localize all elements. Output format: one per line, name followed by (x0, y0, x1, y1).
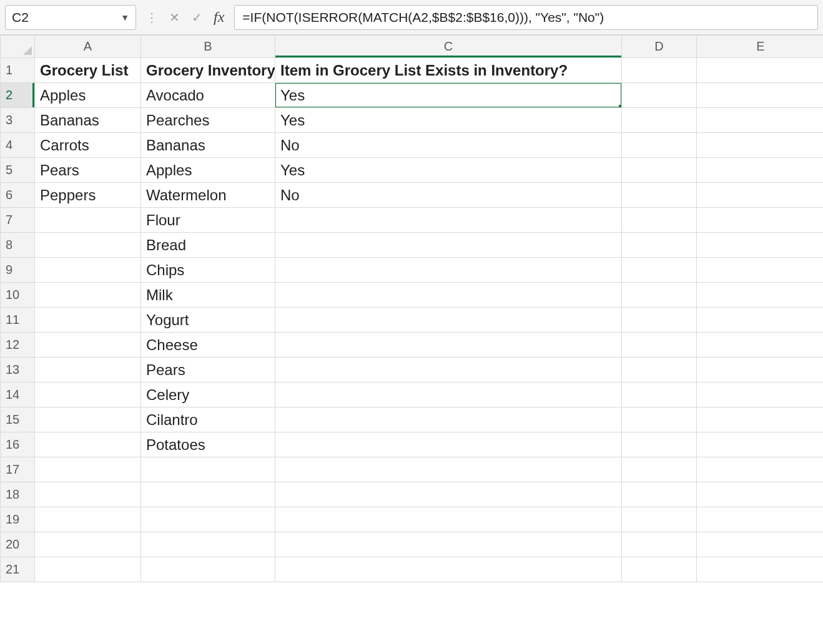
cell-E6[interactable] (697, 183, 824, 208)
cell-A15[interactable] (35, 407, 141, 432)
row-header-14[interactable]: 14 (1, 383, 35, 407)
cell-E4[interactable] (697, 133, 824, 158)
cell-C2[interactable]: Yes (275, 83, 622, 108)
cell-B16[interactable]: Potatoes (141, 432, 275, 457)
cell-B15[interactable]: Cilantro (141, 407, 275, 432)
cell-C20[interactable] (275, 532, 622, 557)
row-header-20[interactable]: 20 (1, 532, 35, 557)
cell-E11[interactable] (697, 308, 824, 333)
cell-A21[interactable] (35, 557, 141, 582)
cell-D4[interactable] (622, 133, 697, 158)
cell-E16[interactable] (697, 432, 824, 457)
cell-D8[interactable] (622, 233, 697, 258)
cell-D9[interactable] (622, 258, 697, 283)
cell-D1[interactable] (622, 58, 697, 83)
cell-A17[interactable] (35, 457, 141, 482)
chevron-down-icon[interactable]: ▼ (121, 12, 129, 22)
cell-A7[interactable] (35, 208, 141, 233)
cell-D11[interactable] (622, 308, 697, 333)
cell-B12[interactable]: Cheese (141, 333, 275, 358)
cell-B7[interactable]: Flour (141, 208, 275, 233)
cell-A20[interactable] (35, 532, 141, 557)
cell-D19[interactable] (622, 507, 697, 532)
cell-E13[interactable] (697, 358, 824, 383)
cell-B17[interactable] (141, 457, 275, 482)
cell-E8[interactable] (697, 233, 824, 258)
cell-B9[interactable]: Chips (141, 258, 275, 283)
cell-E17[interactable] (697, 457, 824, 482)
row-header-2[interactable]: 2 (1, 83, 35, 108)
row-header-3[interactable]: 3 (1, 108, 35, 133)
cell-B6[interactable]: Watermelon (141, 183, 275, 208)
cell-C1[interactable]: Item in Grocery List Exists in Inventory… (275, 58, 622, 83)
select-all-corner[interactable] (1, 36, 35, 58)
cell-A14[interactable] (35, 383, 141, 407)
cell-C12[interactable] (275, 333, 622, 358)
insert-function-button[interactable]: fx (211, 9, 227, 26)
cell-A18[interactable] (35, 482, 141, 507)
cell-C18[interactable] (275, 482, 622, 507)
cell-D17[interactable] (622, 457, 697, 482)
cell-A4[interactable]: Carrots (35, 133, 141, 158)
cell-C4[interactable]: No (275, 133, 622, 158)
cell-E3[interactable] (697, 108, 824, 133)
cell-C11[interactable] (275, 308, 622, 333)
cell-A11[interactable] (35, 308, 141, 333)
row-header-1[interactable]: 1 (1, 58, 35, 83)
accept-icon[interactable]: ✓ (189, 10, 205, 25)
cell-D20[interactable] (622, 532, 697, 557)
row-header-11[interactable]: 11 (1, 308, 35, 333)
cell-A19[interactable] (35, 507, 141, 532)
cell-C17[interactable] (275, 457, 622, 482)
row-header-5[interactable]: 5 (1, 158, 35, 183)
cell-C6[interactable]: No (275, 183, 622, 208)
cell-D21[interactable] (622, 557, 697, 582)
row-header-10[interactable]: 10 (1, 283, 35, 308)
row-header-16[interactable]: 16 (1, 432, 35, 457)
cell-E19[interactable] (697, 507, 824, 532)
cell-A9[interactable] (35, 258, 141, 283)
cell-C19[interactable] (275, 507, 622, 532)
cell-B3[interactable]: Pearches (141, 108, 275, 133)
cell-C13[interactable] (275, 358, 622, 383)
cell-B5[interactable]: Apples (141, 158, 275, 183)
cell-A13[interactable] (35, 358, 141, 383)
cell-B20[interactable] (141, 532, 275, 557)
row-header-6[interactable]: 6 (1, 183, 35, 208)
column-header-C[interactable]: C (275, 36, 622, 58)
cell-D18[interactable] (622, 482, 697, 507)
more-icon[interactable]: ⋮ (144, 10, 160, 25)
cell-D10[interactable] (622, 283, 697, 308)
cell-D13[interactable] (622, 358, 697, 383)
cell-D5[interactable] (622, 158, 697, 183)
cell-E10[interactable] (697, 283, 824, 308)
row-header-12[interactable]: 12 (1, 333, 35, 358)
cancel-icon[interactable]: ✕ (166, 10, 182, 25)
cell-D3[interactable] (622, 108, 697, 133)
grid[interactable]: A B C D E 1Grocery ListGrocery Inventory… (0, 35, 823, 582)
cell-C15[interactable] (275, 407, 622, 432)
column-header-E[interactable]: E (697, 36, 824, 58)
cell-E7[interactable] (697, 208, 824, 233)
cell-A3[interactable]: Bananas (35, 108, 141, 133)
cell-E20[interactable] (697, 532, 824, 557)
cell-D16[interactable] (622, 432, 697, 457)
cell-B10[interactable]: Milk (141, 283, 275, 308)
cell-C9[interactable] (275, 258, 622, 283)
cell-C10[interactable] (275, 283, 622, 308)
cell-E5[interactable] (697, 158, 824, 183)
cell-E21[interactable] (697, 557, 824, 582)
cell-E14[interactable] (697, 383, 824, 407)
cell-B11[interactable]: Yogurt (141, 308, 275, 333)
cell-C8[interactable] (275, 233, 622, 258)
row-header-15[interactable]: 15 (1, 407, 35, 432)
name-box[interactable]: C2 ▼ (5, 5, 136, 30)
cell-B1[interactable]: Grocery Inventory (141, 58, 275, 83)
cell-A2[interactable]: Apples (35, 83, 141, 108)
cell-A16[interactable] (35, 432, 141, 457)
cell-A6[interactable]: Peppers (35, 183, 141, 208)
cell-D12[interactable] (622, 333, 697, 358)
cell-A1[interactable]: Grocery List (35, 58, 141, 83)
cell-C16[interactable] (275, 432, 622, 457)
column-header-D[interactable]: D (622, 36, 697, 58)
